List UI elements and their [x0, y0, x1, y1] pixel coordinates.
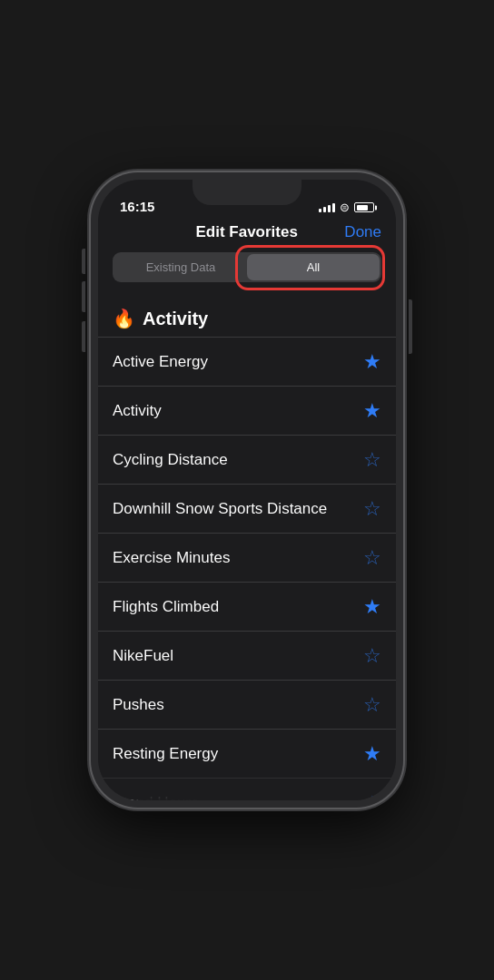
silent-switch — [82, 249, 85, 274]
page-title: Edit Favorites — [195, 223, 297, 241]
favorite-star-icon[interactable]: ☆ — [363, 693, 381, 717]
volume-up-button — [82, 281, 85, 312]
list-item[interactable]: Downhill Snow Sports Distance ☆ — [98, 484, 396, 533]
favorite-star-icon[interactable]: ☆ — [363, 497, 381, 521]
item-label: Downhill Snow Sports Distance — [113, 500, 327, 518]
item-label: Activity — [113, 402, 162, 420]
item-label: Exercise Minutes — [113, 549, 230, 567]
list-item[interactable]: Stand Hours ★ — [98, 778, 396, 800]
item-label: Cycling Distance — [113, 451, 228, 469]
navigation-bar: Edit Favorites Done — [98, 220, 396, 252]
done-button[interactable]: Done — [344, 223, 381, 241]
phone-screen: 16:15 ⊜ Edit Favorites Done — [98, 180, 396, 800]
tab-existing-data[interactable]: Existing Data — [114, 254, 247, 280]
wifi-icon: ⊜ — [340, 201, 350, 214]
favorite-star-icon[interactable]: ★ — [363, 791, 381, 801]
segment-container: Existing Data All — [98, 252, 396, 297]
list-item[interactable]: Activity ★ — [98, 386, 396, 435]
item-label: Pushes — [113, 696, 164, 714]
favorite-star-icon[interactable]: ★ — [363, 595, 381, 619]
favorite-star-icon[interactable]: ★ — [363, 350, 381, 374]
list-item[interactable]: Pushes ☆ — [98, 680, 396, 729]
volume-down-button — [82, 321, 85, 352]
favorite-star-icon[interactable]: ★ — [363, 742, 381, 766]
notch — [193, 180, 301, 205]
phone-frame: 16:15 ⊜ Edit Favorites Done — [91, 172, 403, 808]
item-label: Active Energy — [113, 353, 208, 371]
tab-all[interactable]: All — [247, 254, 380, 280]
item-label: Flights Climbed — [113, 598, 219, 616]
item-label: NikeFuel — [113, 647, 173, 665]
content-scroll[interactable]: 🔥 Activity Active Energy ★ Activity ★ Cy… — [98, 297, 396, 800]
activity-section-header: 🔥 Activity — [98, 297, 396, 337]
section-title: Activity — [143, 309, 208, 329]
item-label: Stand Hours — [113, 794, 199, 801]
list-item[interactable]: Flights Climbed ★ — [98, 582, 396, 631]
fire-icon: 🔥 — [113, 308, 135, 329]
favorite-star-icon[interactable]: ☆ — [363, 546, 381, 570]
signal-icon — [319, 203, 335, 212]
power-button — [409, 299, 412, 354]
favorite-star-icon[interactable]: ☆ — [363, 448, 381, 472]
list-item[interactable]: NikeFuel ☆ — [98, 631, 396, 680]
item-label: Resting Energy — [113, 745, 218, 763]
battery-icon — [354, 202, 374, 212]
list-item[interactable]: Active Energy ★ — [98, 337, 396, 386]
status-time: 16:15 — [120, 199, 154, 214]
list-item[interactable]: Resting Energy ★ — [98, 729, 396, 778]
segment-control: Existing Data All — [113, 252, 381, 282]
list-item[interactable]: Cycling Distance ☆ — [98, 435, 396, 484]
status-icons: ⊜ — [319, 201, 374, 214]
list-item[interactable]: Exercise Minutes ☆ — [98, 533, 396, 582]
favorite-star-icon[interactable]: ☆ — [363, 644, 381, 668]
favorite-star-icon[interactable]: ★ — [363, 399, 381, 423]
